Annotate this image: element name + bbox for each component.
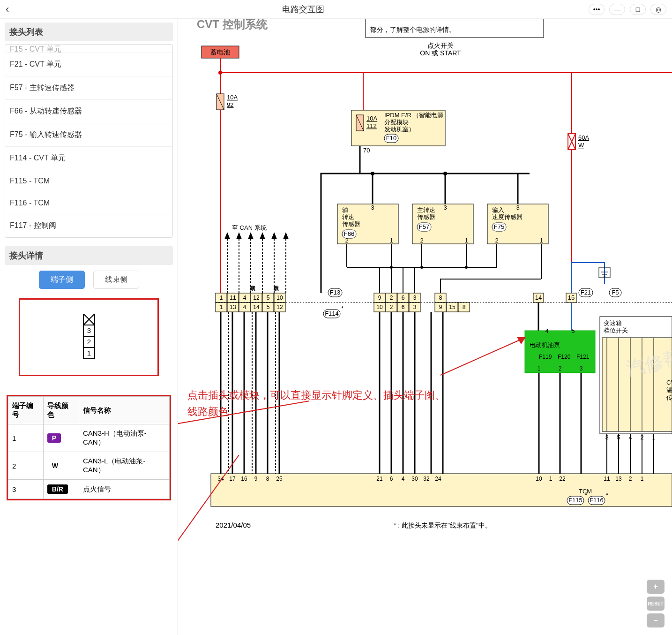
svg-text:至 CAN 系统: 至 CAN 系统 [232, 224, 267, 231]
svg-text:速度传感器: 速度传感器 [492, 213, 523, 220]
back-button[interactable]: ‹ [6, 3, 18, 15]
svg-marker-93 [224, 232, 230, 239]
connector-item[interactable]: F114 - CVT 单元 [5, 147, 172, 170]
svg-text:4: 4 [243, 304, 246, 310]
svg-text:10: 10 [536, 476, 542, 482]
svg-text:F66: F66 [344, 230, 354, 237]
svg-text:6: 6 [402, 295, 405, 301]
zoom-reset-button[interactable]: RESET [647, 597, 665, 611]
svg-text:15: 15 [568, 294, 575, 301]
svg-text:分配模块: 分配模块 [384, 119, 409, 126]
svg-marker-96 [260, 232, 265, 239]
svg-text:F121: F121 [576, 354, 590, 360]
more-button[interactable]: ••• [589, 4, 605, 15]
svg-text:12: 12 [253, 295, 260, 301]
svg-text:蓄电池: 蓄电池 [210, 48, 230, 56]
circuit-diagram[interactable]: CVT 控制系统 部分，了解整个电源的详情。 蓄电池 点火开关 ON 或 STA… [178, 19, 672, 635]
sidebar: 接头列表 F15 - CVT 单元 F21 - CVT 单元 F57 - 主转速… [0, 19, 178, 635]
svg-text:13: 13 [615, 476, 622, 482]
svg-text:2: 2 [87, 338, 90, 346]
svg-text:30: 30 [411, 476, 418, 482]
svg-text:3: 3 [413, 295, 417, 301]
svg-text:5: 5 [267, 295, 270, 301]
svg-text:CVT 控制系统: CVT 控制系统 [197, 19, 268, 30]
connector-list-header: 接头列表 [5, 23, 173, 41]
svg-line-250 [441, 338, 525, 375]
svg-text:2: 2 [390, 295, 393, 301]
connector-item[interactable]: F75 - 输入转速传感器 [5, 123, 172, 147]
svg-text:2021/04/05: 2021/04/05 [216, 521, 251, 529]
svg-text:5: 5 [572, 328, 575, 334]
connector-item[interactable]: F115 - TCM [5, 170, 172, 192]
svg-text:1: 1 [538, 365, 541, 372]
close-button[interactable]: ◎ [650, 4, 666, 15]
svg-text:主转速: 主转速 [417, 206, 435, 213]
connector-item[interactable]: F117 - 控制阀 [5, 214, 172, 237]
svg-text:*: * [585, 491, 587, 499]
svg-text:F120: F120 [558, 354, 571, 360]
svg-text:变速箱: 变速箱 [604, 319, 622, 326]
minimize-button[interactable]: — [609, 4, 625, 15]
svg-text:21: 21 [376, 476, 383, 482]
svg-text:3: 3 [516, 204, 519, 211]
svg-text:电动机油泵: 电动机油泵 [530, 341, 560, 348]
svg-text:点火开关: 点火开关 [427, 42, 454, 49]
zoom-out-button[interactable]: − [647, 613, 665, 627]
tab-harness-side[interactable]: 线束侧 [93, 271, 139, 289]
svg-point-81 [465, 266, 468, 269]
svg-text:6: 6 [390, 476, 393, 482]
svg-text:3: 3 [371, 204, 374, 211]
svg-text:发动机室）: 发动机室） [384, 126, 415, 133]
connector-detail-header: 接头详情 [5, 246, 173, 265]
th-color: 导线颜色 [43, 397, 79, 424]
svg-text:14: 14 [253, 304, 260, 310]
zoom-in-button[interactable]: + [647, 580, 665, 594]
svg-text:92: 92 [227, 101, 233, 108]
svg-text:60A: 60A [578, 134, 589, 141]
svg-text:15: 15 [449, 304, 455, 310]
svg-text:F116: F116 [590, 497, 604, 504]
svg-text:24: 24 [435, 476, 441, 482]
svg-text:数据线: 数据线 [274, 286, 279, 291]
connector-item[interactable]: F66 - 从动转速传感器 [5, 100, 172, 123]
svg-text:辅: 辅 [342, 206, 348, 213]
svg-text:11: 11 [230, 295, 236, 301]
svg-text:17: 17 [229, 476, 236, 482]
svg-text:1: 1 [220, 295, 223, 301]
maximize-button[interactable]: □ [630, 4, 646, 15]
svg-text:F119: F119 [539, 354, 552, 360]
connector-item[interactable]: F15 - CVT 单元 [5, 45, 172, 53]
svg-text:1: 1 [464, 237, 468, 244]
tab-terminal-side[interactable]: 端子侧 [39, 271, 85, 289]
svg-text:11: 11 [604, 476, 610, 482]
pin-row: 1PCAN3-H（电动油泵-CAN） [8, 424, 170, 452]
svg-text:1: 1 [87, 349, 90, 357]
svg-point-79 [390, 266, 393, 269]
connector-item[interactable]: F57 - 主转速传感器 [5, 76, 172, 100]
pin-table: 端子编号 导线颜色 信号名称 1PCAN3-H（电动油泵-CAN）2WCAN3-… [7, 395, 171, 500]
svg-text:12: 12 [276, 304, 283, 310]
svg-text:9: 9 [254, 476, 258, 482]
svg-text:5: 5 [267, 304, 270, 310]
svg-text:2: 2 [495, 237, 498, 244]
svg-marker-98 [283, 232, 289, 239]
svg-text:F115: F115 [568, 497, 582, 504]
svg-text:ON 或 START: ON 或 START [420, 49, 461, 57]
svg-text:部分，了解整个电源的详情。: 部分，了解整个电源的详情。 [370, 26, 455, 33]
svg-text:1: 1 [220, 304, 223, 310]
svg-text:*: * [606, 491, 608, 499]
svg-text:10: 10 [376, 304, 383, 310]
svg-text:3: 3 [443, 204, 447, 211]
svg-marker-97 [271, 232, 277, 239]
svg-marker-94 [236, 232, 242, 239]
svg-text:F21: F21 [581, 289, 591, 296]
svg-text:2: 2 [559, 365, 562, 372]
svg-text:14: 14 [535, 294, 542, 301]
svg-text:22: 22 [559, 476, 566, 482]
connector-item[interactable]: F21 - CVT 单元 [5, 53, 172, 76]
svg-text:10A: 10A [366, 115, 377, 122]
svg-text:F10: F10 [386, 135, 396, 142]
svg-text:3: 3 [87, 326, 90, 334]
svg-text:F57: F57 [419, 223, 429, 230]
connector-item[interactable]: F116 - TCM [5, 192, 172, 214]
